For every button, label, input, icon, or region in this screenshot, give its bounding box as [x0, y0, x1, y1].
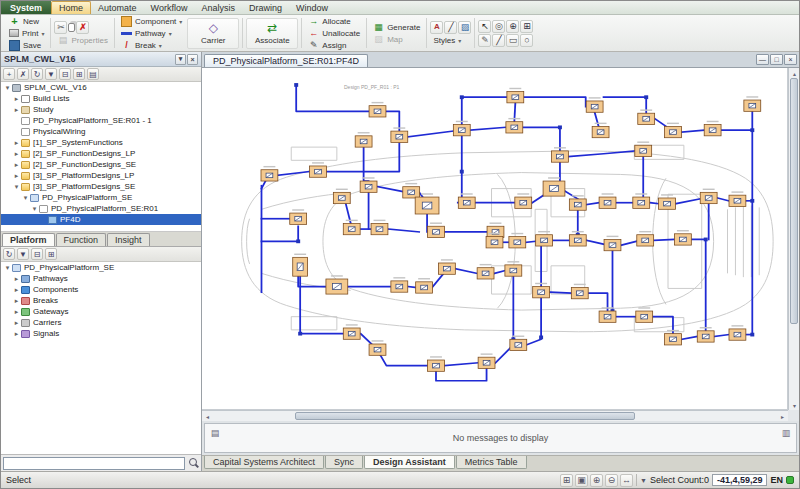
project-tree-item-3-sp-platformdesigns-lp[interactable]: ▸[3]_SP_PlatformDesigns_LP	[1, 170, 201, 181]
wire-segment[interactable]	[380, 355, 427, 365]
add-item-icon[interactable]: +	[3, 68, 15, 80]
zoom-window-icon[interactable]: ▣	[575, 474, 588, 487]
wire-segment[interactable]	[378, 187, 403, 192]
component-node[interactable]	[586, 97, 603, 112]
component-node[interactable]	[507, 88, 524, 103]
project-tree-item-splm-cwl-v16[interactable]: ▾SPLM_CWL_V16	[1, 82, 201, 93]
wire-segment[interactable]	[386, 111, 399, 130]
wire-segment[interactable]	[471, 127, 506, 130]
platform-tree-item-pathways[interactable]: ▸Pathways	[1, 273, 201, 284]
expander-closed-icon[interactable]: ▸	[12, 161, 21, 169]
save-button[interactable]: Save	[6, 40, 47, 51]
project-tree-item-pd-physicalplatform-se-r01[interactable]: ▾PD_PhysicalPlatform_SE:R01	[1, 203, 201, 214]
allocate-button[interactable]: →Allocate	[305, 16, 363, 27]
component-node[interactable]	[700, 189, 717, 204]
expander-open-icon[interactable]: ▾	[30, 205, 39, 213]
scroll-up-icon[interactable]: ▴	[789, 68, 800, 78]
project-tree-item-2-sp-functiondesigns-se[interactable]: ▸[2]_SP_FunctionDesigns_SE	[1, 159, 201, 170]
tab-insight[interactable]: Insight	[107, 233, 150, 246]
project-tree-item-2-sp-functiondesigns-lp[interactable]: ▸[2]_SP_FunctionDesigns_LP	[1, 148, 201, 159]
search-icon[interactable]	[187, 457, 199, 469]
zoom-out-icon[interactable]: ⊖	[605, 474, 618, 487]
horizontal-scrollbar[interactable]: ◂ ▸	[202, 410, 788, 421]
component-node[interactable]	[360, 177, 377, 192]
expander-closed-icon[interactable]: ▸	[12, 319, 21, 327]
tab-platform[interactable]: Platform	[2, 233, 55, 246]
component-node[interactable]	[635, 141, 652, 156]
expander-closed-icon[interactable]: ▸	[12, 139, 21, 147]
carrier-button[interactable]: ◇Carrier	[187, 18, 239, 49]
pan-hand-icon[interactable]: ◎	[492, 20, 505, 33]
wire-segment[interactable]	[361, 334, 372, 344]
expander-open-icon[interactable]: ▾	[3, 264, 12, 272]
project-tree-item-physicalwiring[interactable]: PhysicalWiring	[1, 126, 201, 137]
component-node[interactable]	[403, 183, 420, 198]
component-node[interactable]	[371, 220, 388, 235]
wire-segment[interactable]	[495, 271, 506, 274]
zoom-in-icon[interactable]: ⊕	[506, 20, 519, 33]
component-node[interactable]	[569, 195, 586, 210]
wire-segment[interactable]	[550, 292, 571, 293]
delete-item-icon[interactable]: ✗	[17, 68, 29, 80]
break-button[interactable]: /Break▾	[118, 40, 185, 51]
expander-closed-icon[interactable]: ▸	[12, 308, 21, 316]
wire-segment[interactable]	[364, 147, 369, 181]
collapse-all-icon[interactable]: ⊟	[31, 248, 43, 260]
properties-icon[interactable]: ▤	[87, 68, 99, 80]
minimize-icon[interactable]: —	[756, 54, 769, 65]
filter-icon[interactable]: ▼	[17, 248, 29, 260]
refresh-icon[interactable]: ↻	[3, 248, 15, 260]
wire-segment[interactable]	[595, 112, 599, 126]
component-node[interactable]	[355, 132, 372, 147]
platform-tree-item-carriers[interactable]: ▸Carriers	[1, 317, 201, 328]
bottom-tab-design-assistant[interactable]: Design Assistant	[364, 456, 455, 469]
wire-segment[interactable]	[408, 287, 416, 288]
component-node[interactable]	[636, 307, 653, 322]
wire-segment[interactable]	[714, 335, 729, 337]
menu-workflow[interactable]: Workflow	[144, 1, 195, 14]
panel-close-button[interactable]: ×	[187, 54, 198, 65]
expander-closed-icon[interactable]: ▸	[12, 330, 21, 338]
text-style-icon[interactable]: A	[430, 21, 443, 34]
scroll-down-icon[interactable]: ▾	[789, 400, 800, 410]
project-tree-item-build-lists[interactable]: ▸Build Lists	[1, 93, 201, 104]
wire-segment[interactable]	[445, 363, 478, 366]
component-node[interactable]	[261, 166, 278, 181]
expander-closed-icon[interactable]: ▸	[12, 275, 21, 283]
project-tree-item-pf4d[interactable]: PF4D	[1, 214, 201, 225]
select-cursor-icon[interactable]: ↖	[478, 20, 491, 33]
component-node[interactable]	[487, 222, 504, 237]
filter-icon[interactable]: ▼	[45, 68, 57, 80]
line-tool-icon[interactable]: ╱	[492, 34, 505, 47]
component-node[interactable]	[391, 277, 408, 292]
expand-all-icon[interactable]: ⊞	[45, 248, 57, 260]
component-button[interactable]: Component▾	[118, 16, 185, 27]
component-node[interactable]	[674, 230, 691, 245]
component-node[interactable]	[515, 193, 532, 208]
pencil-icon[interactable]: ✎	[478, 34, 491, 47]
menu-analysis[interactable]: Analysis	[194, 1, 242, 14]
platform-tree-item-breaks[interactable]: ▸Breaks	[1, 295, 201, 306]
wire-segment[interactable]	[495, 348, 510, 363]
component-node[interactable]	[428, 222, 445, 237]
component-node[interactable]	[744, 96, 761, 111]
wire-segment[interactable]	[587, 240, 604, 244]
vertical-scrollbar[interactable]: ▴ ▾	[788, 68, 799, 410]
scroll-right-icon[interactable]: ▸	[777, 411, 788, 421]
component-node[interactable]	[604, 236, 621, 251]
component-node[interactable]	[369, 340, 386, 355]
delete-icon[interactable]: ✗	[76, 21, 89, 34]
new-button[interactable]: +New	[6, 16, 47, 27]
bottom-tab-metrics-table[interactable]: Metrics Table	[456, 456, 527, 469]
wire-segment[interactable]	[587, 203, 599, 205]
wire-segment[interactable]	[408, 131, 453, 137]
menu-home[interactable]: Home	[51, 1, 91, 14]
bottom-tab-capital-systems-architect[interactable]: Capital Systems Architect	[204, 456, 324, 469]
rect-tool-icon[interactable]: ▭	[506, 34, 519, 47]
expander-closed-icon[interactable]: ▸	[12, 150, 21, 158]
clear-messages-icon[interactable]: ▥	[780, 427, 792, 439]
component-node[interactable]	[438, 259, 455, 274]
wire-segment[interactable]	[458, 136, 462, 203]
zoom-in-icon[interactable]: ⊕	[590, 474, 603, 487]
wire-segment[interactable]	[655, 119, 666, 127]
